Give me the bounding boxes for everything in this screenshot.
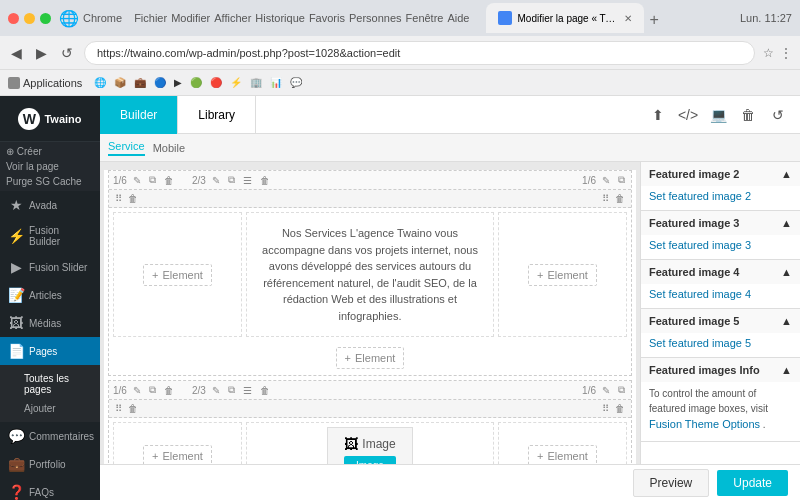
set-featured-image-5-link[interactable]: Set featured image 5 bbox=[641, 333, 800, 357]
sidebar-item-pages[interactable]: 📄 Pages bbox=[0, 337, 100, 365]
chrome-menu-fenetre[interactable]: Fenêtre bbox=[406, 12, 444, 24]
bookmark-4[interactable]: 💼 bbox=[134, 77, 146, 88]
wp-create-btn[interactable]: ⊕ Créer bbox=[6, 146, 42, 157]
col-2-1-edit[interactable]: ✎ bbox=[131, 384, 143, 397]
featured-image-2-header[interactable]: Featured image 2 ▲ bbox=[641, 162, 800, 186]
col-1-2-edit[interactable]: ✎ bbox=[210, 174, 222, 187]
col-1-1-trash[interactable]: 🗑 bbox=[162, 174, 176, 187]
bookmark-icon[interactable]: ☆ bbox=[763, 46, 774, 60]
add-element-btn-2-3[interactable]: + Element bbox=[528, 445, 597, 465]
wp-view-page[interactable]: Voir la page bbox=[6, 161, 59, 172]
add-element-btn-2-1[interactable]: + Element bbox=[143, 445, 212, 465]
image-select-btn[interactable]: Image bbox=[344, 456, 396, 464]
featured-images-info-header[interactable]: Featured images Info ▲ bbox=[641, 358, 800, 382]
tab-builder[interactable]: Builder bbox=[100, 96, 178, 134]
sidebar-item-commentaires[interactable]: 💬 Commentaires bbox=[0, 422, 100, 450]
bookmark-11[interactable]: 📊 bbox=[270, 77, 282, 88]
chrome-menu-personnes[interactable]: Personnes bbox=[349, 12, 402, 24]
forward-button[interactable]: ▶ bbox=[33, 42, 50, 64]
featured-image-4-header[interactable]: Featured image 4 ▲ bbox=[641, 260, 800, 284]
chrome-menu-modifier[interactable]: Modifier bbox=[171, 12, 210, 24]
bookmark-12[interactable]: 💬 bbox=[290, 77, 302, 88]
col-2-trash2[interactable]: 🗑 bbox=[126, 402, 140, 415]
bookmark-9[interactable]: ⚡ bbox=[230, 77, 242, 88]
col-2-2-edit[interactable]: ✎ bbox=[210, 384, 222, 397]
sidebar-item-fusion-builder[interactable]: ⚡ Fusion Builder bbox=[0, 219, 100, 253]
refresh-button[interactable]: ↺ bbox=[58, 42, 76, 64]
set-featured-image-4-link[interactable]: Set featured image 4 bbox=[641, 284, 800, 308]
col-1-3-copy[interactable]: ⧉ bbox=[616, 173, 627, 187]
bookmark-2[interactable]: 🌐 bbox=[94, 77, 106, 88]
active-tab[interactable]: Modifier la page « Twaino » ✕ bbox=[486, 3, 644, 33]
section-nav-service[interactable]: Service bbox=[108, 140, 145, 156]
col-1-1-copy[interactable]: ⧉ bbox=[147, 173, 158, 187]
back-button[interactable]: ◀ bbox=[8, 42, 25, 64]
image-element[interactable]: 🖼 Image Image bbox=[327, 427, 413, 464]
bookmark-7[interactable]: 🟢 bbox=[190, 77, 202, 88]
sidebar-item-medias[interactable]: 🖼 Médias bbox=[0, 309, 100, 337]
maximize-traffic-light[interactable] bbox=[40, 13, 51, 24]
action-code-btn[interactable]: </> bbox=[674, 101, 702, 129]
sidebar-item-articles[interactable]: 📝 Articles bbox=[0, 281, 100, 309]
action-upload-btn[interactable]: ⬆ bbox=[644, 101, 672, 129]
col-2-3-edit[interactable]: ✎ bbox=[600, 384, 612, 397]
sidebar-item-faqs[interactable]: ❓ FAQs bbox=[0, 478, 100, 500]
chrome-menu-afficher[interactable]: Afficher bbox=[214, 12, 251, 24]
col-2-1-trash[interactable]: 🗑 bbox=[162, 384, 176, 397]
action-trash-btn[interactable]: 🗑 bbox=[734, 101, 762, 129]
new-tab-button[interactable]: + bbox=[646, 7, 663, 33]
site-name[interactable]: Twaino bbox=[44, 113, 81, 125]
add-element-btn-row1[interactable]: + Element bbox=[336, 347, 405, 369]
col-1-trash2[interactable]: 🗑 bbox=[126, 192, 140, 205]
section-nav-mobile[interactable]: Mobile bbox=[153, 142, 185, 154]
col-2-2-copy[interactable]: ⧉ bbox=[226, 383, 237, 397]
wp-purge-cache[interactable]: Purge SG Cache bbox=[6, 176, 82, 187]
sidebar-item-fusion-slider[interactable]: ▶ Fusion Slider bbox=[0, 253, 100, 281]
wp-logo-icon[interactable]: W bbox=[18, 108, 40, 130]
chrome-menu-aide[interactable]: Aide bbox=[447, 12, 469, 24]
add-element-btn-1-1[interactable]: + Element bbox=[143, 264, 212, 286]
bookmark-10[interactable]: 🏢 bbox=[250, 77, 262, 88]
col-2-2-trash[interactable]: 🗑 bbox=[258, 384, 272, 397]
tab-close-button[interactable]: ✕ bbox=[624, 13, 632, 24]
col-2-3-trash2[interactable]: 🗑 bbox=[613, 402, 627, 415]
column-2-2[interactable]: 🖼 Image Image bbox=[246, 422, 494, 464]
featured-image-3-header[interactable]: Featured image 3 ▲ bbox=[641, 211, 800, 235]
set-featured-image-2-link[interactable]: Set featured image 2 bbox=[641, 186, 800, 210]
col-2-1-copy[interactable]: ⧉ bbox=[147, 383, 158, 397]
col-1-2-copy[interactable]: ⧉ bbox=[226, 173, 237, 187]
action-device-btn[interactable]: 💻 bbox=[704, 101, 732, 129]
submenu-all-pages[interactable]: Toutes les pages bbox=[0, 369, 100, 399]
col-2-3-move[interactable]: ⠿ bbox=[600, 402, 611, 415]
col-3-move[interactable]: ⠿ bbox=[600, 192, 611, 205]
bookmark-8[interactable]: 🔴 bbox=[210, 77, 222, 88]
bookmark-5[interactable]: 🔵 bbox=[154, 77, 166, 88]
col-2-move[interactable]: ⠿ bbox=[113, 402, 124, 415]
preview-button[interactable]: Preview bbox=[633, 469, 710, 497]
col-3-trash2[interactable]: 🗑 bbox=[613, 192, 627, 205]
sidebar-item-portfolio[interactable]: 💼 Portfolio bbox=[0, 450, 100, 478]
col-1-3-edit[interactable]: ✎ bbox=[600, 174, 612, 187]
featured-image-5-header[interactable]: Featured image 5 ▲ bbox=[641, 309, 800, 333]
action-history-btn[interactable]: ↺ bbox=[764, 101, 792, 129]
minimize-traffic-light[interactable] bbox=[24, 13, 35, 24]
chrome-menu-favoris[interactable]: Favoris bbox=[309, 12, 345, 24]
editor-canvas[interactable]: 1/6 ✎ ⧉ 🗑 2/3 ✎ ⧉ ☰ 🗑 bbox=[100, 162, 640, 464]
set-featured-image-3-link[interactable]: Set featured image 3 bbox=[641, 235, 800, 259]
bookmark-3[interactable]: 📦 bbox=[114, 77, 126, 88]
close-traffic-light[interactable] bbox=[8, 13, 19, 24]
fusion-theme-options-link[interactable]: Fusion Theme Options bbox=[649, 418, 760, 430]
chrome-menu-historique[interactable]: Historique bbox=[255, 12, 305, 24]
tab-library[interactable]: Library bbox=[178, 96, 256, 134]
settings-icon[interactable]: ⋮ bbox=[780, 46, 792, 60]
address-input[interactable] bbox=[84, 41, 755, 65]
add-element-btn-1-3[interactable]: + Element bbox=[528, 264, 597, 286]
col-2-2-settings[interactable]: ☰ bbox=[241, 384, 254, 397]
col-1-1-edit[interactable]: ✎ bbox=[131, 174, 143, 187]
update-button[interactable]: Update bbox=[717, 470, 788, 496]
chrome-menu-fichier[interactable]: Fichier bbox=[134, 12, 167, 24]
submenu-add-page[interactable]: Ajouter bbox=[0, 399, 100, 418]
col-2-3-copy[interactable]: ⧉ bbox=[616, 383, 627, 397]
col-1-move[interactable]: ⠿ bbox=[113, 192, 124, 205]
bookmark-applications[interactable]: Applications bbox=[8, 77, 82, 89]
